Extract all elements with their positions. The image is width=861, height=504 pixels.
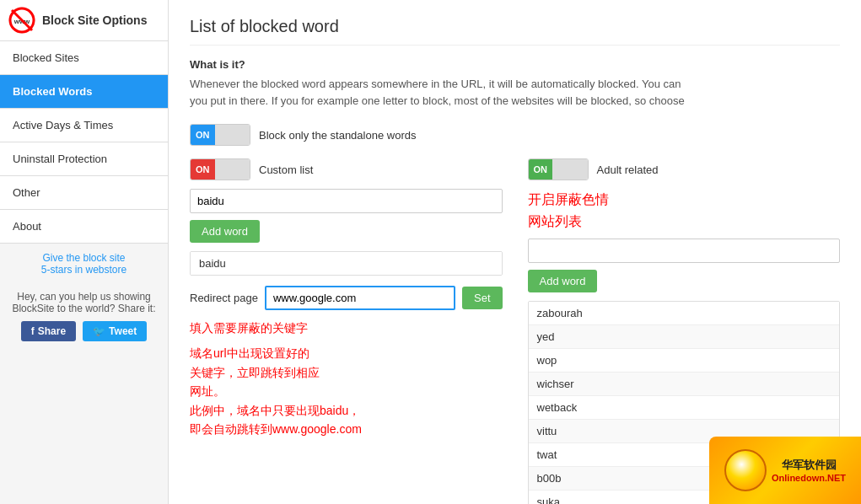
annotation-line-4: 网址。	[190, 382, 503, 400]
badge-text-block: 华军软件园 Onlinedown.NET	[772, 458, 846, 483]
list-item: wop	[529, 349, 840, 373]
list-item: zabourah	[529, 302, 840, 325]
adult-toggle[interactable]: ON	[528, 158, 589, 180]
custom-list-toggle-row: ON Custom list	[190, 158, 503, 180]
redirect-input[interactable]	[265, 286, 455, 310]
right-annotation: 开启屏蔽色情 网站列表	[528, 189, 841, 232]
nav-menu: Blocked Sites Blocked Words Active Days …	[0, 41, 168, 244]
sidebar-item-active-days[interactable]: Active Days & Times	[0, 109, 168, 142]
facebook-share-button[interactable]: f Share	[21, 321, 76, 341]
add-word-button-right[interactable]: Add word	[528, 270, 598, 292]
sidebar-header: www Block Site Options	[0, 0, 168, 41]
annotation-line-5: 此例中，域名中只要出现baidu，	[190, 401, 503, 420]
annotation-line-6: 即会自动跳转到www.google.com	[190, 420, 503, 438]
redirect-label: Redirect page	[190, 292, 258, 304]
list-item: baidu	[191, 252, 502, 275]
badge-circle-icon	[724, 449, 767, 491]
main-content: List of blocked word What is it? Wheneve…	[169, 0, 861, 504]
set-redirect-button[interactable]: Set	[462, 287, 503, 309]
description-text: Whenever the blocked word appears somewh…	[190, 76, 840, 109]
badge-content: 华军软件园 Onlinedown.NET	[724, 449, 846, 491]
custom-word-input[interactable]	[190, 189, 503, 213]
sidebar-item-about[interactable]: About	[0, 210, 168, 244]
left-column: ON Custom list Add word baidu Redirect p…	[190, 158, 503, 504]
list-item: wichser	[529, 373, 840, 396]
custom-list-toggle-on: ON	[191, 159, 215, 180]
custom-list-toggle[interactable]: ON	[190, 158, 250, 180]
twitter-share-label: Tweet	[109, 325, 137, 337]
redirect-row: Redirect page Set	[190, 286, 503, 310]
standalone-toggle-label: Block only the standalone words	[259, 129, 416, 142]
list-item: wetback	[529, 396, 840, 420]
page-title: List of blocked word	[190, 17, 840, 46]
badge-overlay: 华军软件园 Onlinedown.NET	[709, 437, 861, 504]
sidebar-item-other[interactable]: Other	[0, 176, 168, 210]
badge-line1: 华军软件园	[782, 458, 837, 473]
adult-toggle-off	[552, 159, 588, 180]
annotation-line-1: 填入需要屏蔽的关键字	[190, 319, 503, 337]
share-text: Hey, can you help us showing BlockSite t…	[8, 291, 159, 314]
custom-word-list: baidu	[190, 251, 503, 276]
adult-toggle-row: ON Adult related	[528, 158, 841, 180]
custom-list-label: Custom list	[259, 164, 313, 176]
block-site-logo-icon: www	[8, 7, 35, 34]
list-item: yed	[529, 325, 840, 349]
custom-list-toggle-off	[215, 159, 250, 180]
sidebar-item-uninstall[interactable]: Uninstall Protection	[0, 142, 168, 176]
annotation-line-3: 关键字，立即跳转到相应	[190, 363, 503, 382]
badge-line2: Onlinedown.NET	[772, 473, 846, 483]
annotation-line-2: 域名url中出现设置好的	[190, 344, 503, 362]
share-buttons: f Share 🐦 Tweet	[8, 321, 159, 341]
standalone-toggle-row: ON Block only the standalone words	[190, 124, 840, 146]
standalone-toggle[interactable]: ON	[190, 124, 250, 146]
adult-toggle-on: ON	[529, 159, 553, 180]
what-is-it-label: What is it?	[190, 58, 840, 71]
sidebar-item-blocked-sites[interactable]: Blocked Sites	[0, 41, 168, 75]
annotation-block: 域名url中出现设置好的 关键字，立即跳转到相应 网址。 此例中，域名中只要出现…	[190, 344, 503, 438]
share-section: Hey, can you help us showing BlockSite t…	[0, 284, 168, 348]
sidebar-title: Block Site Options	[42, 13, 147, 27]
left-annotation: 填入需要屏蔽的关键字 域名url中出现设置好的 关键字，立即跳转到相应 网址。 …	[190, 319, 503, 438]
standalone-toggle-off	[215, 125, 250, 145]
adult-word-input[interactable]	[528, 239, 841, 263]
twitter-icon: 🐦	[93, 325, 105, 337]
twitter-share-button[interactable]: 🐦 Tweet	[83, 321, 147, 341]
sidebar: www Block Site Options Blocked Sites Blo…	[0, 0, 169, 504]
sidebar-item-blocked-words[interactable]: Blocked Words	[0, 75, 168, 109]
facebook-icon: f	[31, 325, 35, 337]
main-inner: List of blocked word What is it? Wheneve…	[169, 0, 861, 504]
promo-link[interactable]: Give the block site 5-stars in webstore	[0, 244, 168, 284]
facebook-share-label: Share	[38, 325, 66, 337]
standalone-toggle-on: ON	[191, 125, 215, 145]
adult-label: Adult related	[597, 164, 659, 176]
add-word-button-left[interactable]: Add word	[190, 220, 260, 243]
promo-text[interactable]: Give the block site 5-stars in webstore	[41, 252, 126, 276]
